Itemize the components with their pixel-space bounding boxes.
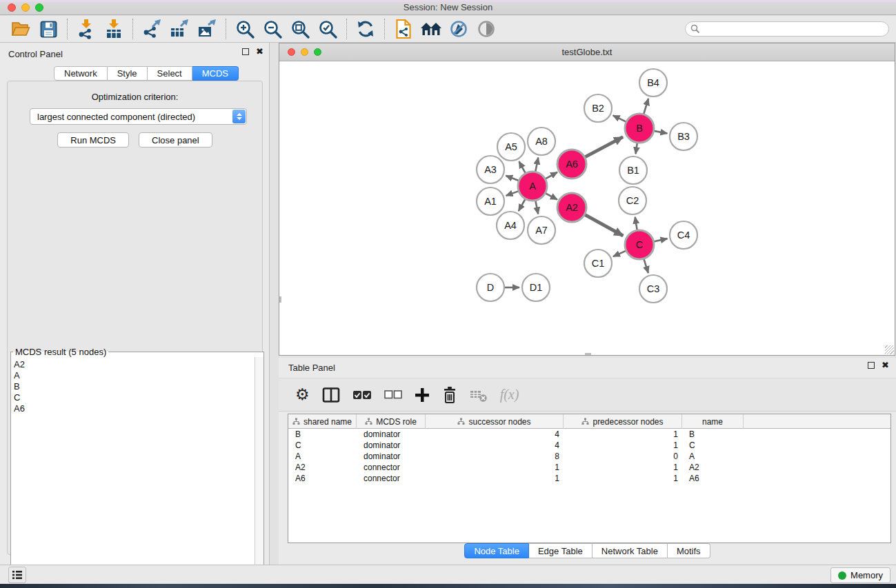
home-button[interactable]	[417, 17, 445, 41]
network-from-document-button[interactable]	[390, 17, 417, 41]
tab-network[interactable]: Network	[54, 66, 108, 81]
graph-edge-C-C3[interactable]	[644, 258, 648, 273]
table-cell[interactable]: connector	[357, 462, 426, 473]
network-window-titlebar[interactable]: testGlobe.txt	[279, 43, 895, 61]
show-panels-button[interactable]	[8, 567, 26, 583]
tab-network-table[interactable]: Network Table	[593, 543, 668, 558]
canvas-horizontal-scroll-nub[interactable]	[585, 353, 591, 355]
table-cell[interactable]: A2	[288, 462, 357, 473]
graph-edge-C-C2[interactable]	[635, 217, 637, 231]
table-row[interactable]: A6connector11A6	[288, 473, 890, 484]
resize-grip[interactable]	[885, 345, 894, 354]
show-graphics-button[interactable]	[472, 17, 500, 41]
float-table-panel-icon[interactable]	[868, 362, 875, 369]
graph-edge-B-B1[interactable]	[636, 143, 637, 154]
column-header-shared-name[interactable]: shared name	[288, 414, 357, 429]
result-item[interactable]: A6	[14, 403, 254, 414]
close-window-button[interactable]	[8, 3, 16, 12]
graph-edge-A-A5[interactable]	[519, 161, 526, 173]
close-table-panel-icon[interactable]: ✖	[882, 362, 889, 369]
result-item[interactable]: A2	[14, 359, 254, 370]
graph-edge-A-A8[interactable]	[535, 158, 538, 172]
table-cell[interactable]: dominator	[357, 429, 426, 440]
zoom-in-button[interactable]	[231, 17, 259, 41]
import-table-button[interactable]	[100, 17, 128, 41]
table-cell[interactable]: 1	[564, 462, 682, 473]
table-row[interactable]: Cdominator41C	[288, 440, 890, 451]
column-header-mcds-role[interactable]: MCDS role	[357, 414, 426, 429]
graph-edge-A-A6[interactable]	[545, 172, 557, 179]
table-cell[interactable]: 1	[564, 440, 682, 451]
clear-style-button[interactable]	[445, 17, 472, 41]
table-cell[interactable]: A6	[682, 473, 744, 484]
table-cell[interactable]: 4	[426, 440, 564, 451]
table-header-row[interactable]: shared nameMCDS rolesuccessor nodesprede…	[288, 414, 890, 429]
tab-node-table[interactable]: Node Table	[464, 543, 529, 558]
result-scrollbar[interactable]	[255, 357, 263, 584]
tab-motifs[interactable]: Motifs	[668, 543, 710, 558]
canvas-vertical-scroll-nub[interactable]	[279, 296, 281, 303]
open-session-button[interactable]	[7, 17, 34, 41]
close-panel-button[interactable]: Close panel	[139, 132, 212, 148]
table-cell[interactable]: A	[682, 451, 744, 462]
table-settings-button[interactable]: ⚙	[295, 387, 310, 403]
table-cell[interactable]: connector	[357, 473, 426, 484]
table-cell[interactable]: A	[288, 451, 357, 462]
column-header-name[interactable]: name	[682, 414, 744, 429]
export-image-button[interactable]	[193, 17, 221, 41]
graph-edge-A2-C[interactable]	[584, 214, 623, 236]
float-panel-icon[interactable]	[242, 48, 249, 55]
table-cell[interactable]: 1	[426, 473, 564, 484]
result-item[interactable]: C	[14, 392, 254, 403]
memory-button[interactable]: Memory	[830, 567, 890, 583]
select-all-columns-button[interactable]	[352, 390, 372, 400]
graph-edge-B-B3[interactable]	[654, 131, 668, 134]
add-column-button[interactable]	[415, 387, 430, 403]
column-header-predecessor-nodes[interactable]: predecessor nodes	[564, 414, 682, 429]
table-cell[interactable]: C	[682, 440, 744, 451]
delete-table-button[interactable]	[470, 387, 488, 403]
tab-style[interactable]: Style	[108, 66, 148, 81]
graph-edge-B-B4[interactable]	[644, 99, 648, 114]
graph-edge-A-A2[interactable]	[545, 193, 557, 200]
table-cell[interactable]: 1	[564, 473, 682, 484]
table-cell[interactable]: dominator	[357, 451, 426, 462]
search-input[interactable]	[685, 21, 889, 37]
criterion-dropdown[interactable]: largest connected component (directed)	[30, 108, 247, 125]
zoom-fit-button[interactable]	[286, 17, 314, 41]
table-cell[interactable]: B	[682, 429, 744, 440]
export-network-button[interactable]	[138, 17, 166, 41]
split-panel-button[interactable]	[322, 387, 340, 403]
network-canvas[interactable]: B4B2BB3A8A5A6A3B1AA1C2A2A4A7C4CC1C3DD1	[279, 61, 895, 355]
minimize-window-button[interactable]	[21, 3, 30, 12]
window-controls[interactable]	[8, 3, 43, 12]
zoom-selected-button[interactable]	[314, 17, 341, 41]
graph-edge-C-C4[interactable]	[654, 239, 668, 241]
table-cell[interactable]: 1	[564, 429, 682, 440]
table-cell[interactable]: dominator	[357, 440, 426, 451]
table-row[interactable]: Bdominator41B	[288, 429, 890, 440]
run-mcds-button[interactable]: Run MCDS	[57, 132, 129, 148]
graph-edge-A-A3[interactable]	[506, 176, 519, 181]
save-session-button[interactable]	[34, 17, 62, 41]
table-row[interactable]: Adominator80A	[288, 451, 890, 462]
graph-edge-C-C1[interactable]	[613, 251, 626, 257]
tab-edge-table[interactable]: Edge Table	[529, 543, 593, 558]
table-cell[interactable]: A6	[288, 473, 357, 484]
table-cell[interactable]: 8	[426, 451, 564, 462]
graph-edge-A-A7[interactable]	[535, 201, 538, 214]
graph-edge-B-B2[interactable]	[613, 115, 626, 121]
table-cell[interactable]: B	[288, 429, 357, 440]
table-cell[interactable]: 1	[426, 462, 564, 473]
graph-edge-A-A1[interactable]	[506, 191, 519, 196]
network-graph[interactable]: B4B2BB3A8A5A6A3B1AA1C2A2A4A7C4CC1C3DD1	[279, 61, 895, 355]
close-panel-icon[interactable]: ✖	[256, 48, 263, 55]
zoom-out-button[interactable]	[259, 17, 286, 41]
result-item[interactable]: B	[14, 381, 254, 392]
graph-edge-A-A4[interactable]	[519, 199, 526, 211]
column-header-successor-nodes[interactable]: successor nodes	[426, 414, 564, 429]
deselect-all-columns-button[interactable]	[384, 390, 402, 399]
tab-select[interactable]: Select	[148, 66, 192, 81]
export-table-button[interactable]	[166, 17, 193, 41]
table-cell[interactable]: 0	[564, 451, 682, 462]
